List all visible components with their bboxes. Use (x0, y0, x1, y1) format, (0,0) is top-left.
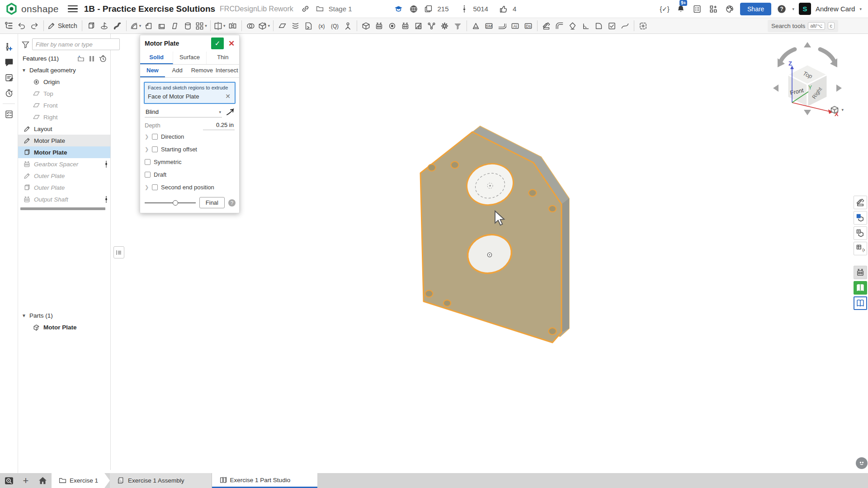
feature-row-outer-plate[interactable]: Outer Plate (18, 182, 110, 193)
history-panel-button[interactable] (0, 85, 18, 101)
sweep-tool-button[interactable] (111, 19, 124, 33)
curve-tool-button[interactable] (618, 19, 632, 33)
redo-tool-button[interactable] (28, 19, 41, 33)
feature-row-top[interactable]: Top (18, 88, 110, 99)
feature-handle-icon[interactable] (105, 196, 110, 203)
public-globe-icon[interactable] (408, 3, 420, 15)
education-icon[interactable] (393, 3, 405, 15)
derived-tool-button[interactable] (302, 19, 315, 33)
plate-right-side-face[interactable] (561, 198, 569, 332)
measure-tool-button[interactable] (469, 19, 482, 33)
tab-solid[interactable]: Solid (140, 52, 173, 64)
sketch-point[interactable] (489, 185, 491, 186)
view-cube-body[interactable]: Top Front Right (788, 65, 827, 107)
feature-handle-icon[interactable] (105, 160, 110, 168)
green-doc-panel-button[interactable] (854, 281, 867, 295)
feature-row-gearbox-spacer[interactable]: Gearbox Spacer (18, 158, 110, 170)
feature-row-outer-plate[interactable]: Outer Plate (18, 170, 110, 182)
avatar[interactable]: S (799, 3, 811, 15)
notes-panel-button[interactable] (0, 70, 18, 85)
feature-row-motor-plate[interactable]: Motor Plate (18, 146, 110, 158)
suppress-pause-icon[interactable] (89, 56, 94, 62)
corner-tool-button[interactable] (579, 19, 592, 33)
tab-surface[interactable]: Surface (173, 52, 206, 64)
versions-icon[interactable]: {✓} (659, 3, 670, 15)
onshape-logo[interactable]: onshape (0, 3, 65, 15)
fillet-tool-button[interactable]: ▾ (129, 19, 142, 33)
second-end-position-checkbox[interactable] (152, 184, 158, 190)
view-options-menu[interactable]: ▾ (830, 105, 844, 114)
helix-tool-button[interactable] (289, 19, 302, 33)
chevron-down-icon[interactable]: ▼ (22, 68, 26, 73)
revolve-tool-button[interactable] (98, 19, 111, 33)
tab-search-icon[interactable] (0, 473, 18, 488)
comments-panel-button[interactable] (0, 55, 18, 70)
theme-palette-icon[interactable] (724, 3, 736, 15)
custom-feature-2-tool-button[interactable] (399, 19, 412, 33)
split-tool-button[interactable]: ▾ (213, 19, 226, 33)
breadcrumb-folder-label[interactable]: Stage 1 (329, 5, 352, 13)
mate-connector-tool-button[interactable] (341, 19, 354, 33)
split-caret-icon[interactable]: ▾ (223, 23, 226, 28)
starting-offset-checkbox[interactable] (152, 146, 158, 152)
undo-tool-button[interactable] (15, 19, 28, 33)
final-button[interactable]: Final (199, 197, 225, 208)
custom-feature-1-tool-button[interactable] (373, 19, 386, 33)
transform-tool-button[interactable]: ▾ (257, 19, 271, 33)
copies-icon[interactable] (423, 3, 434, 15)
home-tab-icon[interactable] (33, 473, 52, 488)
depth-input[interactable]: 0.25 in (203, 121, 235, 130)
slider-knob[interactable] (173, 200, 178, 206)
settings-gear-tool-button[interactable] (438, 19, 451, 33)
parts-header-row[interactable]: ▼ Parts (1) (18, 310, 110, 321)
chamfer-tool-button[interactable] (142, 19, 155, 33)
mirror-tool-button[interactable] (226, 19, 239, 33)
main-menu-icon[interactable] (68, 4, 78, 14)
tolerance-tool-button[interactable] (566, 19, 579, 33)
tasks-panel-button[interactable] (0, 107, 18, 122)
notifications-bell-icon[interactable]: 9+ (675, 3, 687, 15)
add-folder-icon[interactable] (76, 55, 85, 62)
user-menu-caret-icon[interactable]: ▾ (859, 7, 862, 11)
draft-tool-button[interactable] (168, 19, 181, 33)
display-filter-tool-button[interactable] (451, 19, 464, 33)
end-condition-select[interactable]: Blind ▾ (145, 107, 222, 117)
feature-row-output-shaft[interactable]: Output Shaft (18, 193, 110, 205)
expander-chevron-icon[interactable]: ❯ (145, 184, 149, 190)
preview-slider[interactable] (145, 200, 196, 206)
featurescript-search-tool-button[interactable]: (Q) (328, 19, 341, 33)
user-name[interactable]: Andrew Card (816, 5, 855, 13)
followers-icon[interactable] (458, 3, 470, 15)
fillet-caret-icon[interactable]: ▾ (139, 23, 142, 28)
help-icon[interactable]: ? (776, 3, 788, 15)
shell-tool-button[interactable] (155, 19, 168, 33)
transform-caret-icon[interactable]: ▾ (268, 23, 270, 28)
doc-tab-exercise-1[interactable]: Exercise 1 (52, 473, 110, 488)
section-view-tool-button[interactable] (412, 19, 425, 33)
feature-list-toggle-icon[interactable] (2, 19, 15, 33)
new-tab-button[interactable]: + (18, 473, 33, 488)
variable-tool-button[interactable]: (x) (315, 19, 328, 33)
expander-chevron-icon[interactable]: ❯ (145, 134, 149, 140)
feature-row-front[interactable]: Front (18, 99, 110, 111)
boolean-tab-add[interactable]: Add (165, 65, 190, 77)
appearance-tool-button[interactable] (540, 19, 553, 33)
help-assistant-button[interactable] (856, 457, 868, 469)
boolean-tool-button[interactable] (244, 19, 257, 33)
appearance-panel-button[interactable] (854, 196, 867, 209)
sketch-tool-button[interactable]: Sketch (46, 19, 80, 33)
sheet-metal-tool-button[interactable]: SM (482, 19, 495, 33)
symmetric-checkbox[interactable] (145, 159, 151, 165)
configurations-panel-button[interactable] (854, 226, 867, 240)
tab-thin[interactable]: Thin (207, 52, 239, 64)
robot-panel-button[interactable] (854, 266, 867, 279)
selection-box[interactable]: Faces and sketch regions to extrude Face… (144, 82, 236, 104)
draft-checkbox[interactable] (145, 172, 151, 178)
design-standard-tool-button[interactable]: Ds (522, 19, 535, 33)
ai-tool-tool-button[interactable]: Ai (509, 19, 522, 33)
named-views-panel-button[interactable] (854, 211, 867, 225)
expander-chevron-icon[interactable]: ❯ (145, 146, 149, 152)
insert-frame-tool-button[interactable] (637, 19, 650, 33)
feature-row-motor-plate[interactable]: Motor Plate (18, 135, 110, 146)
boolean-tab-new[interactable]: New (140, 65, 165, 77)
